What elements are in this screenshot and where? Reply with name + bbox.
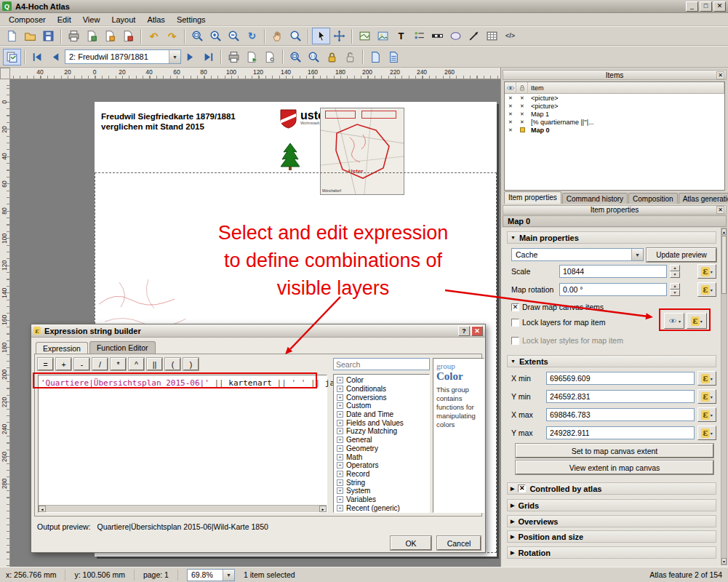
- dialog-title-bar[interactable]: ε Expression string builder ? ✕: [31, 324, 485, 338]
- operator-close-paren-button[interactable]: ): [183, 358, 199, 370]
- expander-icon[interactable]: +: [337, 487, 343, 494]
- section-overviews[interactable]: ▶ Overviews: [507, 515, 716, 527]
- tree-item-recent[interactable]: +Recent (generic): [334, 503, 429, 512]
- scrollbar-thumb[interactable]: [721, 236, 727, 294]
- uster-coat-of-arms[interactable]: [280, 109, 297, 129]
- operator-equals-button[interactable]: =: [38, 358, 53, 370]
- expander-icon[interactable]: +: [337, 462, 343, 469]
- ymin-expression-button[interactable]: ε▾: [697, 389, 716, 404]
- zoom-in-button[interactable]: [207, 28, 225, 44]
- tree-picture[interactable]: [281, 142, 300, 171]
- expander-icon[interactable]: +: [337, 402, 343, 409]
- items-list[interactable]: Item ✕✕<picture> ✕✕<picture> ✕✕Map 1 ✕✕[…: [504, 81, 725, 191]
- composition-options-button[interactable]: [385, 49, 403, 65]
- scale-expression-button[interactable]: ε▾: [697, 264, 716, 279]
- expander-icon[interactable]: +: [337, 496, 343, 503]
- scroll-right-icon[interactable]: ▶: [319, 506, 327, 512]
- undo-button[interactable]: ↶: [145, 28, 163, 44]
- add-image-button[interactable]: [374, 28, 392, 44]
- expander-icon[interactable]: +: [337, 411, 343, 418]
- add-map-button[interactable]: [356, 28, 374, 44]
- controlled-by-atlas-checkbox[interactable]: ✕: [518, 485, 526, 493]
- tree-item-operators[interactable]: +Operators: [334, 461, 429, 470]
- properties-scrollbar[interactable]: ▲ ▼: [721, 228, 727, 565]
- section-extents[interactable]: ▼ Extents: [507, 355, 716, 367]
- ok-button[interactable]: OK: [391, 536, 431, 550]
- expander-icon[interactable]: +: [337, 479, 343, 486]
- items-row-map1[interactable]: ✕✕Map 1: [505, 110, 724, 118]
- operator-power-button[interactable]: ^: [129, 358, 144, 370]
- scroll-left-icon[interactable]: ◀: [39, 506, 46, 512]
- spin-up-icon[interactable]: ▲: [670, 265, 680, 271]
- add-arrow-button[interactable]: [465, 28, 483, 44]
- expander-icon[interactable]: +: [337, 394, 343, 401]
- visible-layers-preset-button[interactable]: ▾: [664, 313, 684, 329]
- section-grids[interactable]: ▶ Grids: [507, 499, 716, 511]
- minimize-button[interactable]: _: [686, 1, 698, 12]
- ymax-expression-button[interactable]: ε▾: [697, 426, 716, 440]
- tab-item-properties[interactable]: Item properties: [504, 191, 561, 204]
- lock-check-icon[interactable]: ✕: [516, 111, 528, 117]
- load-template-button[interactable]: [21, 28, 39, 44]
- draw-canvas-items-checkbox[interactable]: ✕: [511, 303, 519, 311]
- lock-check-icon[interactable]: ✕: [516, 119, 528, 125]
- section-rotation[interactable]: ▶ Rotation: [507, 546, 716, 559]
- redo-button[interactable]: ↷: [163, 28, 181, 44]
- visibility-check-icon[interactable]: ✕: [505, 111, 516, 117]
- close-icon[interactable]: ✕: [716, 71, 724, 79]
- tree-item-fuzzy-matching[interactable]: +Fuzzy Matching: [334, 427, 429, 436]
- function-search-input[interactable]: [333, 358, 430, 370]
- tree-item-general[interactable]: +General: [334, 436, 429, 445]
- xmin-expression-button[interactable]: ε▾: [697, 371, 716, 386]
- menu-settings[interactable]: Settings: [171, 14, 212, 25]
- visibility-check-icon[interactable]: ✕: [505, 127, 516, 133]
- tab-command-history[interactable]: Command history: [562, 193, 628, 204]
- xmax-expression-button[interactable]: ε▾: [697, 407, 716, 422]
- menu-layout[interactable]: Layout: [105, 14, 141, 25]
- section-main-properties[interactable]: ▼ Main properties: [507, 231, 716, 244]
- page-title-label[interactable]: Freudwil Siegfriedkarte 1879/1881 vergli…: [101, 111, 236, 132]
- close-button[interactable]: ✕: [713, 1, 726, 12]
- lock-layers-checkbox[interactable]: [511, 319, 519, 327]
- zoom-out-button[interactable]: [225, 28, 243, 44]
- chevron-down-icon[interactable]: ▼: [169, 50, 180, 63]
- close-icon[interactable]: ✕: [716, 206, 724, 214]
- print-button[interactable]: [65, 28, 83, 44]
- lock-items-button[interactable]: [323, 49, 341, 65]
- view-extent-in-map-canvas-button[interactable]: View extent in map canvas: [516, 461, 713, 474]
- tree-item-math[interactable]: +Math: [334, 453, 429, 461]
- rotation-spinner[interactable]: ▲▼: [670, 283, 680, 296]
- add-legend-button[interactable]: [410, 28, 428, 44]
- operator-concat-button[interactable]: ||: [147, 358, 162, 370]
- lock-layers-expression-button[interactable]: ε▾: [687, 313, 707, 329]
- add-html-button[interactable]: </>: [501, 28, 519, 44]
- pan-button[interactable]: [268, 28, 287, 44]
- first-feature-button[interactable]: [28, 49, 47, 65]
- tree-item-conditionals[interactable]: +Conditionals: [334, 385, 429, 394]
- menu-composer[interactable]: Composer: [3, 14, 52, 25]
- dialog-close-button[interactable]: ✕: [471, 326, 483, 336]
- items-row-label[interactable]: ✕✕[% quartiername ||''|...: [505, 118, 724, 126]
- unlock-items-button[interactable]: [341, 49, 359, 65]
- expander-icon[interactable]: +: [337, 377, 343, 383]
- expander-icon[interactable]: +: [337, 436, 343, 443]
- expander-icon[interactable]: +: [337, 420, 343, 426]
- section-controlled-by-atlas[interactable]: ▶ ✕ Controlled by atlas: [507, 482, 716, 495]
- operator-plus-button[interactable]: +: [56, 358, 71, 370]
- add-label-button[interactable]: T: [392, 28, 410, 44]
- zoom-tool-button[interactable]: [287, 28, 305, 44]
- add-attribute-table-button[interactable]: [483, 28, 501, 44]
- xmax-input[interactable]: [546, 408, 695, 421]
- save-template-button[interactable]: [39, 28, 57, 44]
- zoom-full-extent-button[interactable]: [287, 49, 305, 65]
- refresh-view-button[interactable]: ↻: [243, 28, 261, 44]
- scroll-up-icon[interactable]: ▲: [721, 228, 727, 235]
- visibility-check-icon[interactable]: ✕: [505, 119, 516, 125]
- expander-icon[interactable]: +: [337, 445, 343, 452]
- tab-atlas-generation[interactable]: Atlas generation: [679, 193, 728, 204]
- preview-atlas-button[interactable]: [3, 49, 21, 65]
- tree-item-variables[interactable]: +Variables: [334, 495, 429, 504]
- add-scalebar-button[interactable]: [428, 28, 447, 44]
- menu-edit[interactable]: Edit: [52, 14, 77, 25]
- next-feature-button[interactable]: [181, 49, 199, 65]
